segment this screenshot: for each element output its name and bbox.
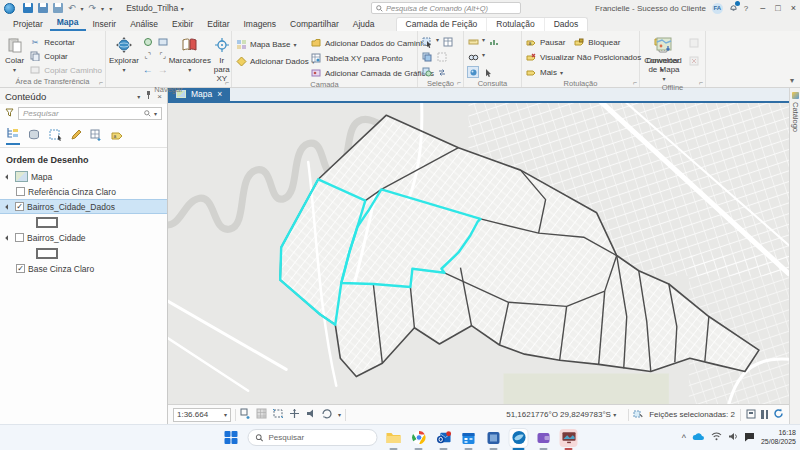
map-canvas[interactable] (168, 103, 789, 404)
minimize-button[interactable]: – (760, 3, 765, 13)
measure-dropdown-icon[interactable]: ▾ (482, 36, 485, 48)
layer-bairros-cidade[interactable]: Bairros_Cidade (0, 230, 167, 245)
taskbar-clock[interactable]: 16:18 25/08/2025 (761, 429, 796, 447)
list-by-editing-icon[interactable] (70, 129, 82, 145)
tab-inserir[interactable]: Inserir (86, 18, 124, 31)
paste-dropdown-icon[interactable]: ▾ (13, 66, 16, 73)
rotate-view-icon[interactable] (321, 408, 333, 421)
catalog-tab[interactable]: Catálogo (791, 102, 800, 132)
list-by-labeling-icon[interactable]: a (111, 129, 124, 145)
fixed-zoom-out-icon[interactable]: ⌜⌟ (157, 50, 169, 62)
expand-caret-icon[interactable] (6, 235, 12, 241)
maximize-button[interactable]: □ (775, 3, 780, 13)
labeling-launcher-icon[interactable]: ⌐ (633, 79, 637, 86)
next-extent-icon[interactable]: → (157, 64, 169, 76)
attribute-table-icon[interactable] (442, 36, 454, 48)
list-by-snapping-icon[interactable] (90, 129, 103, 145)
speaker-icon[interactable] (728, 432, 738, 443)
symbol-row[interactable] (0, 214, 167, 230)
tray-chevron-icon[interactable]: ^ (682, 433, 686, 443)
download-map-dropdown-icon[interactable]: ▾ (662, 75, 665, 82)
office-app-icon[interactable] (485, 429, 503, 447)
search-options-icon[interactable]: ▾ (154, 110, 157, 117)
outlook-icon[interactable] (435, 429, 453, 447)
layer-checkbox[interactable] (15, 233, 24, 242)
chat-icon[interactable] (744, 432, 755, 444)
selected-features-count[interactable]: Feições selecionadas: 2 (649, 410, 735, 419)
add-data-button[interactable]: Adicionar Dados▾ (235, 55, 307, 67)
scale-select[interactable]: 1:36.664 ▾ (173, 408, 231, 422)
chrome-icon[interactable] (410, 429, 428, 447)
pan-to-icon[interactable] (289, 408, 300, 421)
add-bookmark-icon[interactable] (240, 408, 251, 421)
navigate-launcher-icon[interactable]: ⌐ (225, 79, 229, 86)
attributes-popup-icon[interactable] (746, 409, 756, 421)
add-graphics-layer-button[interactable]: Adicionar Camada de Gráficos (310, 67, 434, 79)
start-button[interactable] (223, 429, 241, 447)
xy-table-to-point-button[interactable]: Tabela XY para Ponto (310, 52, 434, 64)
layer-bairros-cidade-dados[interactable]: ✓ Bairros_Cidade_Dados (0, 199, 167, 214)
cut-button[interactable]: ✂ Recortar (29, 36, 102, 48)
bookmarks-button[interactable]: Marcadores ▾ (171, 33, 209, 73)
tab-dados[interactable]: Dados (545, 18, 588, 31)
polygon-outline-symbol[interactable] (36, 248, 58, 259)
clear-selection-icon[interactable] (436, 51, 448, 63)
tab-projetar[interactable]: Projetar (6, 18, 50, 31)
expand-caret-icon[interactable] (6, 204, 12, 210)
bookmarks-dropdown-icon[interactable]: ▾ (188, 66, 191, 73)
layer-referencia-cinza-claro[interactable]: Referência Cinza Claro (10, 184, 167, 199)
tab-camada-de-feicao[interactable]: Camada de Feição (397, 18, 488, 31)
chevron-down-icon[interactable]: ▾ (338, 411, 341, 418)
grid-icon[interactable] (256, 408, 267, 421)
redo-dropdown-icon[interactable]: ▾ (101, 5, 104, 12)
tab-editar[interactable]: Editar (200, 18, 236, 31)
selection-launcher-icon[interactable]: ⌐ (457, 79, 461, 86)
remove-map-icon[interactable] (688, 55, 700, 67)
paste-button[interactable]: Colar ▾ (3, 33, 26, 73)
arcgis-pro-taskbar-icon[interactable] (510, 429, 528, 447)
zoom-selected-icon[interactable] (157, 36, 169, 48)
clipboard-launcher-icon[interactable]: ⌐ (99, 79, 103, 86)
wifi-icon[interactable] (711, 432, 722, 443)
polygon-outline-symbol[interactable] (36, 217, 58, 228)
tab-rotulacao[interactable]: Rotulação (487, 18, 544, 31)
sync-map-icon[interactable] (688, 37, 700, 49)
account-area[interactable]: Francielle - Sucesso do Cliente FA ? (595, 3, 748, 14)
command-search-input[interactable]: Pesquisa de Comando (Alt+Q) (371, 2, 521, 14)
filter-icon[interactable] (5, 108, 14, 119)
tab-mapa[interactable]: Mapa (50, 16, 86, 31)
add-data-from-path-button[interactable]: Adicionar Dados do Caminho (310, 37, 434, 49)
previous-extent-icon[interactable]: ← (142, 64, 154, 76)
fixed-zoom-in-icon[interactable]: ⌞⌝ (142, 50, 154, 62)
refresh-icon[interactable] (773, 408, 784, 421)
list-by-selection-icon[interactable] (49, 129, 62, 145)
file-explorer-icon[interactable] (385, 429, 403, 447)
list-by-drawing-order-icon[interactable] (6, 127, 20, 145)
layer-checkbox[interactable] (16, 187, 25, 196)
locate-dropdown-icon[interactable]: ▾ (482, 51, 485, 63)
select-by-location-icon[interactable] (421, 66, 433, 78)
list-by-data-source-icon[interactable] (28, 129, 41, 145)
identify-cursor-icon[interactable] (482, 66, 494, 78)
coordinates-readout[interactable]: 51,1621776°O 29,8249783°S ▾ (350, 410, 624, 419)
tab-ajuda[interactable]: Ajuda (346, 18, 382, 31)
onedrive-cloud-icon[interactable] (692, 432, 705, 443)
notifications-bell-icon[interactable] (729, 3, 738, 14)
select-by-attributes-icon[interactable] (421, 51, 433, 63)
project-name[interactable]: Estudo_Trilha ▾ (126, 3, 184, 13)
copy-button[interactable]: Copiar (29, 50, 102, 62)
redo-icon[interactable]: ↷ (89, 3, 97, 13)
save-icon[interactable] (23, 3, 33, 13)
undo-icon[interactable]: ↶ (68, 3, 76, 13)
close-button[interactable]: × (791, 3, 796, 13)
symbol-row[interactable] (0, 245, 167, 261)
taskbar-search-input[interactable]: Pesquisar (248, 429, 378, 446)
explore-button[interactable]: Explorar ▾ (109, 33, 139, 73)
basemap-button[interactable]: Mapa Base▾ (235, 38, 307, 50)
tab-exibir[interactable]: Exibir (165, 18, 200, 31)
layer-checkbox[interactable]: ✓ (16, 264, 25, 273)
tab-compartilhar[interactable]: Compartilhar (283, 18, 346, 31)
extent-icon[interactable] (272, 408, 284, 421)
help-button[interactable]: ? (744, 4, 748, 13)
tab-analise[interactable]: Análise (123, 18, 165, 31)
